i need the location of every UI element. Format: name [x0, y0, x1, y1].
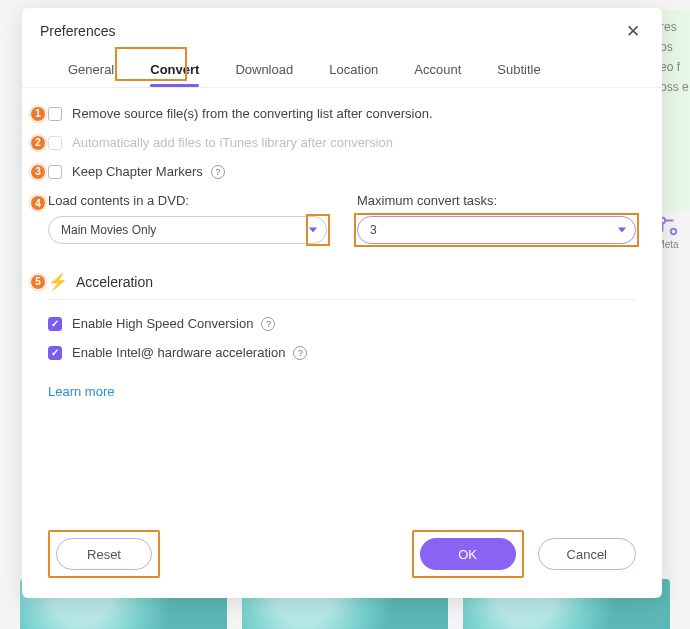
checkbox-high-speed[interactable]: [48, 317, 62, 331]
label-high-speed: Enable High Speed Conversion: [72, 316, 253, 331]
tab-location[interactable]: Location: [311, 54, 396, 87]
svg-point-1: [670, 229, 676, 235]
cancel-button[interactable]: Cancel: [538, 538, 636, 570]
checkbox-remove-source[interactable]: [48, 107, 62, 121]
checkbox-intel-accel[interactable]: [48, 346, 62, 360]
select-max-tasks[interactable]: 3: [357, 216, 636, 244]
step-badge-3: 3: [30, 164, 46, 180]
tab-convert[interactable]: Convert: [132, 54, 217, 87]
step-badge-1: 1: [30, 106, 46, 122]
tab-bar: General Convert Download Location Accoun…: [22, 46, 662, 88]
bolt-icon: ⚡: [48, 272, 68, 291]
step-badge-4: 4: [30, 195, 46, 211]
ok-button[interactable]: OK: [420, 538, 516, 570]
label-keep-chapter: Keep Chapter Markers: [72, 164, 203, 179]
help-icon[interactable]: ?: [211, 165, 225, 179]
label-intel-accel: Enable Intel@ hardware acceleration: [72, 345, 285, 360]
section-title-acceleration: Acceleration: [76, 274, 153, 290]
preferences-modal: Preferences ✕ General Convert Download L…: [22, 8, 662, 598]
close-button[interactable]: ✕: [622, 20, 644, 42]
help-icon[interactable]: ?: [293, 346, 307, 360]
tab-general[interactable]: General: [50, 54, 132, 87]
modal-title: Preferences: [40, 23, 115, 39]
step-badge-2: 2: [30, 135, 46, 151]
checkbox-auto-itunes: [48, 136, 62, 150]
label-auto-itunes: Automatically add files to iTunes librar…: [72, 135, 393, 150]
reset-button[interactable]: Reset: [56, 538, 152, 570]
tab-subtitle[interactable]: Subtitle: [479, 54, 558, 87]
highlight-annotation: OK: [412, 530, 524, 578]
label-dvd-contents: Load contents in a DVD:: [48, 193, 327, 208]
label-remove-source: Remove source file(s) from the convertin…: [72, 106, 433, 121]
learn-more-link[interactable]: Learn more: [48, 384, 114, 399]
checkbox-keep-chapter[interactable]: [48, 165, 62, 179]
label-max-tasks: Maximum convert tasks:: [357, 193, 636, 208]
tab-download[interactable]: Download: [217, 54, 311, 87]
step-badge-5: 5: [30, 274, 46, 290]
highlight-annotation: Reset: [48, 530, 160, 578]
tab-account[interactable]: Account: [396, 54, 479, 87]
select-dvd-contents[interactable]: Main Movies Only: [48, 216, 327, 244]
help-icon[interactable]: ?: [261, 317, 275, 331]
